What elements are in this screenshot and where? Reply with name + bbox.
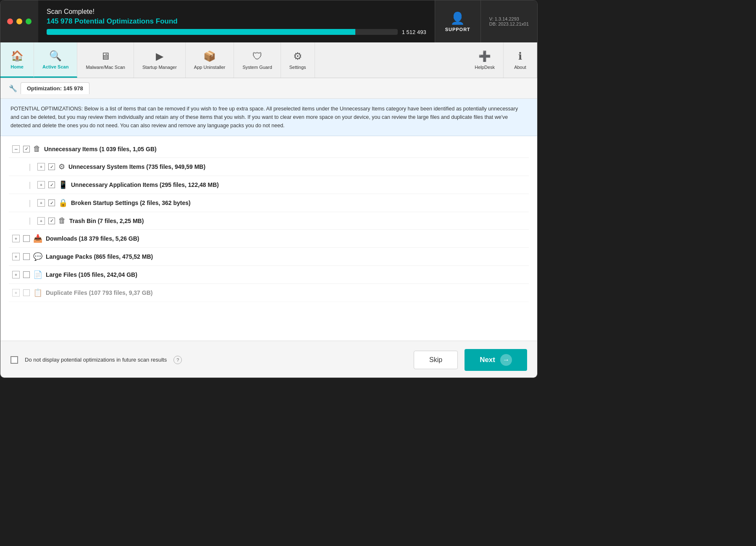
checkbox-language-packs[interactable] [23, 253, 30, 260]
expand-language-packs[interactable]: + [12, 253, 20, 260]
scan-complete-title: Scan Complete! [47, 8, 426, 16]
list-item-duplicate-files[interactable]: + 📋 Duplicate Files (107 793 files, 9,37… [9, 284, 529, 302]
expand-unnecessary-app[interactable]: + [37, 181, 45, 189]
settings-icon: ⚙ [293, 50, 302, 62]
list-item-unnecessary-system[interactable]: | + ⚙ Unnecessary System Items (735 file… [9, 158, 529, 176]
next-button[interactable]: Next → [465, 349, 527, 371]
dont-show-label: Do not display potential optimizations i… [25, 357, 167, 363]
duplicate-files-label: Duplicate Files (107 793 files, 9,37 GB) [46, 289, 152, 296]
about-icon: ℹ [518, 50, 522, 62]
tree-line: | [26, 199, 34, 207]
checkbox-unnecessary-app[interactable] [48, 181, 55, 188]
unnecessary-system-label: Unnecessary System Items (735 files, 949… [68, 163, 205, 170]
checkbox-unnecessary-items[interactable] [23, 146, 30, 152]
progress-bar-background [47, 29, 398, 35]
progress-count: 1 512 493 [402, 29, 426, 35]
unnecessary-app-icon: 📱 [58, 180, 68, 189]
minimize-button[interactable] [16, 18, 22, 24]
version-area: V: 1.3.14.2293 DB: 2023.12.21x01 [480, 0, 537, 42]
list-item-language-packs[interactable]: + 💬 Language Packs (865 files, 475,52 MB… [9, 248, 529, 266]
checkbox-large-files[interactable] [23, 271, 30, 278]
tab-helpdesk-label: HelpDesk [475, 65, 495, 70]
breadcrumb: 🔧 Optimization: 145 978 [0, 78, 537, 99]
breadcrumb-tab: Optimization: 145 978 [21, 82, 89, 94]
version-line1: V: 1.3.14.2293 [489, 16, 529, 21]
support-label: SUPPORT [445, 27, 470, 32]
unnecessary-items-icon: 🗑 [33, 144, 41, 153]
large-files-label: Large Files (105 files, 242,04 GB) [46, 271, 137, 278]
support-area[interactable]: 👤 SUPPORT [435, 0, 480, 42]
trash-bin-label: Trash Bin (7 files, 2,25 MB) [69, 218, 144, 224]
list-item-unnecessary-app[interactable]: | + 📱 Unnecessary Application Items (295… [9, 176, 529, 194]
traffic-lights [0, 0, 38, 42]
list-item-trash-bin[interactable]: | + 🗑 Trash Bin (7 files, 2,25 MB) [9, 212, 529, 230]
bottom-bar: Do not display potential optimizations i… [0, 341, 537, 378]
unnecessary-items-label: Unnecessary Items (1 039 files, 1,05 GB) [44, 146, 157, 152]
checkbox-unnecessary-system[interactable] [48, 163, 55, 170]
tab-app-uninstaller[interactable]: 📦 App Uninstaller [186, 42, 234, 78]
breadcrumb-count: 145 978 [63, 85, 83, 92]
tab-helpdesk[interactable]: ➕ HelpDesk [466, 42, 504, 78]
tab-active-scan-label: Active Scan [42, 64, 68, 69]
tree-line: | [26, 181, 34, 189]
list-item-large-files[interactable]: + 📄 Large Files (105 files, 242,04 GB) [9, 266, 529, 284]
tab-active-scan[interactable]: 🔍 Active Scan [34, 42, 77, 78]
maximize-button[interactable] [26, 18, 32, 24]
trash-bin-icon: 🗑 [58, 216, 66, 225]
expand-trash-bin[interactable]: + [37, 217, 45, 225]
list-item-broken-startup[interactable]: | + 🔒 Broken Startup Settings (2 files, … [9, 194, 529, 212]
language-packs-icon: 💬 [33, 252, 42, 261]
expand-unnecessary-system[interactable]: + [37, 163, 45, 171]
tab-system-guard[interactable]: 🛡 System Guard [234, 42, 281, 78]
collapse-unnecessary-items[interactable]: − [12, 145, 20, 153]
tab-startup-manager[interactable]: ▶ Startup Manager [134, 42, 186, 78]
main-content: 🔧 Optimization: 145 978 POTENTIAL OPTIMI… [0, 78, 537, 341]
duplicate-files-icon: 📋 [33, 288, 42, 297]
tab-app-uninstaller-label: App Uninstaller [194, 65, 226, 70]
helpdesk-icon: ➕ [478, 50, 491, 62]
malware-scan-icon: 🖥 [100, 50, 110, 62]
unnecessary-system-icon: ⚙ [58, 162, 65, 171]
checkbox-duplicate-files[interactable] [23, 289, 30, 296]
next-button-label: Next [480, 356, 495, 364]
expand-large-files[interactable]: + [12, 271, 20, 278]
tab-home-label: Home [10, 64, 24, 69]
close-button[interactable] [7, 18, 13, 24]
checkbox-downloads[interactable] [23, 235, 30, 242]
nav-bar: 🏠 Home 🔍 Active Scan 🖥 Malware/Mac Scan … [0, 42, 537, 78]
tree-line: | [26, 216, 34, 225]
info-banner: POTENTIAL OPTIMIZATIONS: Below is a list… [0, 99, 537, 136]
checkbox-trash-bin[interactable] [48, 218, 55, 224]
checkbox-broken-startup[interactable] [48, 200, 55, 206]
list-item-downloads[interactable]: + 📥 Downloads (18 379 files, 5,26 GB) [9, 230, 529, 248]
help-icon[interactable]: ? [173, 356, 182, 364]
tab-about[interactable]: ℹ About [504, 42, 537, 78]
broken-startup-icon: 🔒 [58, 198, 68, 207]
expand-broken-startup[interactable]: + [37, 199, 45, 207]
list-item-unnecessary-items[interactable]: − 🗑 Unnecessary Items (1 039 files, 1,05… [9, 140, 529, 158]
active-scan-icon: 🔍 [49, 50, 62, 62]
app-uninstaller-icon: 📦 [203, 50, 216, 62]
scan-found-label: 145 978 Potential Optimizations Found [47, 17, 426, 26]
unnecessary-app-label: Unnecessary Application Items (295 files… [71, 181, 219, 188]
tab-settings[interactable]: ⚙ Settings [281, 42, 315, 78]
expand-duplicate-files[interactable]: + [12, 289, 20, 297]
dont-show-checkbox[interactable] [10, 356, 18, 364]
tab-malware-scan[interactable]: 🖥 Malware/Mac Scan [77, 42, 134, 78]
progress-row: 1 512 493 [47, 29, 426, 35]
scroll-area[interactable]: − 🗑 Unnecessary Items (1 039 files, 1,05… [0, 136, 537, 327]
startup-manager-icon: ▶ [156, 50, 163, 62]
language-packs-label: Language Packs (865 files, 475,52 MB) [46, 253, 153, 260]
tab-home[interactable]: 🏠 Home [0, 42, 34, 78]
expand-downloads[interactable]: + [12, 235, 20, 242]
next-arrow-icon: → [500, 354, 512, 366]
system-guard-icon: 🛡 [252, 50, 262, 62]
skip-button[interactable]: Skip [414, 351, 458, 369]
tab-system-guard-label: System Guard [242, 65, 272, 70]
tree-line: | [26, 163, 34, 171]
downloads-icon: 📥 [33, 234, 42, 243]
tab-about-label: About [514, 65, 526, 70]
title-bar: Scan Complete! 145 978 Potential Optimiz… [0, 0, 537, 42]
large-files-icon: 📄 [33, 270, 42, 279]
broken-startup-label: Broken Startup Settings (2 files, 362 by… [71, 200, 191, 206]
